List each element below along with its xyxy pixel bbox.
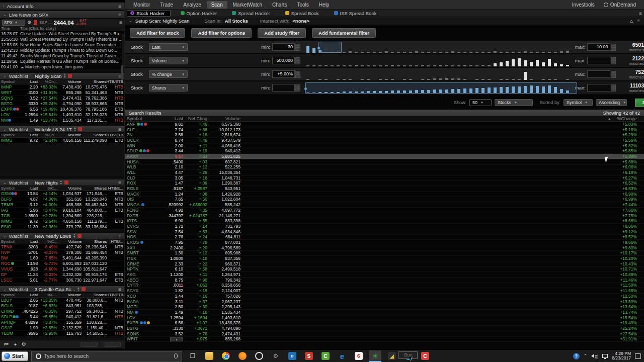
max-input[interactable] bbox=[587, 57, 610, 64]
spinner-icon[interactable]: ▴▾ bbox=[73, 233, 75, 238]
watchlist-name[interactable]: Nightly Scan bbox=[35, 73, 61, 79]
news-item[interactable]: 12:42:33 Midday Update: Trump's Threat t… bbox=[0, 48, 124, 53]
table-row[interactable]: ITEK 1.0800 +.10 837,356 +10.20% bbox=[125, 256, 644, 261]
news-item[interactable]: 11:49:42 Stocks Weighed Down by Trump's … bbox=[0, 53, 124, 59]
tray-chevron-icon[interactable]: ⌃ bbox=[584, 353, 588, 358]
tray-clock[interactable]: 4:29 PM8/23/2017 bbox=[612, 351, 631, 360]
stepper[interactable]: ＋－ bbox=[611, 84, 616, 92]
stepper[interactable]: ＋－ bbox=[295, 57, 300, 64]
gadget-menu-icon[interactable]: ≡ bbox=[119, 20, 122, 25]
spinner-icon[interactable]: ▴▾ bbox=[64, 73, 65, 78]
stepper[interactable]: ＋－ bbox=[611, 44, 616, 51]
menu-item[interactable]: Charts bbox=[268, 1, 291, 9]
table-row[interactable]: ZN 3.58 +.18 2,518,674 +5.29% bbox=[125, 132, 644, 138]
watchlist-row[interactable]: GSAT 1.99 +3.65% 2,132,525 1,159,40... N… bbox=[0, 325, 124, 331]
sort-direction-dropdown[interactable]: Ascending▼ bbox=[596, 99, 627, 106]
spinner-icon[interactable]: ▴▾ bbox=[77, 287, 79, 292]
camtasia-icon[interactable]: C bbox=[419, 350, 431, 362]
result-type-dropdown[interactable]: Stocks▼ bbox=[495, 99, 533, 106]
ondemand-link[interactable]: OnDemand bbox=[600, 2, 640, 8]
collapse-arrow-icon[interactable]: ⌄ bbox=[3, 234, 7, 238]
col-volume[interactable]: Volume bbox=[207, 116, 240, 121]
scan-in-value[interactable]: All Stocks bbox=[225, 18, 248, 24]
col-symbol[interactable]: Symbol bbox=[125, 116, 158, 121]
watchlist-row[interactable]: GSM 13.84 +4.14% 1,034,937 171,946,... E… bbox=[0, 191, 124, 197]
edge-icon[interactable]: e bbox=[336, 350, 348, 362]
watchlist-row[interactable]: WRIT .3100 +31.91% 855,268 51,341,463 NT… bbox=[0, 90, 124, 96]
col-pct-change[interactable]: %Change bbox=[611, 116, 637, 121]
table-row[interactable]: WIN 2.00 +.11 4,068,416 +5.82% bbox=[125, 143, 644, 149]
distribution-histogram[interactable] bbox=[305, 55, 570, 66]
watchlist-row[interactable]: VVUS .928 -4.60% 1,344,690 105,812,647 bbox=[0, 266, 124, 272]
table-row[interactable]: WLL 4.47 +.26 15,036,354 +6.18% bbox=[125, 170, 644, 175]
col-last[interactable]: Last bbox=[158, 116, 183, 121]
flame-icon[interactable]: 🜂 bbox=[629, 18, 634, 24]
menu-item[interactable]: MarketWatch bbox=[228, 1, 267, 9]
sidebar-button[interactable] bbox=[104, 342, 121, 347]
gadget-menu-icon[interactable]: ≡ bbox=[118, 4, 121, 9]
table-row[interactable]: LOV 1.2594 +.1694 1,493,610 +15.54% bbox=[125, 315, 644, 321]
distribution-histogram[interactable] bbox=[305, 69, 570, 80]
news-item[interactable]: 15:56:38 Wall Street Pressured By Trump'… bbox=[0, 37, 124, 42]
watchlist-row[interactable]: RGC 13.98 -5.73% 6,601,863 157,033,120 bbox=[0, 261, 124, 266]
stepper[interactable]: ＋－ bbox=[611, 57, 616, 64]
trade-ideas-icon[interactable]: ti bbox=[286, 350, 298, 362]
table-row[interactable]: CVRS 1.72 +.14 731,793 +8.86% bbox=[125, 224, 644, 229]
menu-item[interactable]: Tools bbox=[292, 1, 313, 9]
tools-app-icon[interactable]: ⚙ bbox=[270, 350, 282, 362]
collapse-sidebar-icon[interactable]: ⏮ bbox=[4, 341, 9, 347]
news-scrollbar[interactable] bbox=[122, 34, 124, 72]
watchlist-header[interactable]: ⌄ Watchlist New Yearly Lows ▴▾ ≡ bbox=[0, 233, 124, 239]
panel-menu-icon[interactable]: ≡ bbox=[639, 11, 642, 16]
table-row[interactable]: CLD 3.05 +.18 1,048,731 +6.27% bbox=[125, 175, 644, 181]
table-row[interactable]: SDLP 3.44 +.19 940,412 +5.85% bbox=[125, 148, 644, 154]
filter-field-dropdown[interactable]: Shares▼ bbox=[149, 84, 188, 92]
add-filter-button[interactable]: Add filter for options bbox=[191, 28, 252, 38]
table-row[interactable]: CLF 7.74 +.38 10,012,173 +5.16% bbox=[125, 127, 644, 133]
sort-field-dropdown[interactable]: Symbol▼ bbox=[564, 99, 593, 106]
table-row[interactable]: EXPR 6.56 +1.07 18,436,376 +19.49% bbox=[125, 320, 644, 326]
max-input[interactable] bbox=[587, 84, 610, 92]
min-input[interactable] bbox=[272, 84, 295, 92]
watchlist-row[interactable]: TENX .3203 -8.49% 427,749 28,236,546 NTB bbox=[0, 244, 124, 250]
buy-ghost-button[interactable]: Buy bbox=[398, 351, 418, 359]
filter-field-dropdown[interactable]: Last▼ bbox=[149, 43, 188, 51]
table-row[interactable]: ARRY 9.54 +.53 5,681,625 +5.88% bbox=[125, 154, 644, 159]
table-row[interactable]: SQNS 3.52 +.76 2,474,431 +27.54% bbox=[125, 331, 644, 337]
tab[interactable]: Option Hacker bbox=[178, 10, 222, 17]
watchlist-row[interactable]: BLFS 4.87 +4.06% 351,616 13,228,046 NTB bbox=[0, 197, 124, 202]
table-row[interactable]: CRME 2.33 +.22 960,371 +10.43% bbox=[125, 261, 644, 267]
charting-app-icon[interactable]: ◢ bbox=[386, 350, 398, 362]
collapse-arrow-icon[interactable]: ⌄ bbox=[129, 19, 132, 23]
stepper[interactable]: ＋－ bbox=[295, 44, 300, 51]
network-icon[interactable] bbox=[602, 354, 608, 358]
max-input[interactable] bbox=[587, 70, 610, 78]
menu-item[interactable]: Analyze bbox=[179, 1, 206, 9]
news-col-time[interactable]: Time bbox=[1, 26, 20, 31]
distribution-histogram[interactable] bbox=[305, 42, 570, 53]
red-glyph-app-icon[interactable]: 6 bbox=[353, 350, 365, 362]
red-s-app-icon[interactable]: S bbox=[303, 350, 315, 362]
panel-menu-icon[interactable]: ≡ bbox=[637, 18, 640, 24]
tab[interactable]: Spread Hacker bbox=[229, 10, 275, 17]
spinner-icon[interactable]: ▴▾ bbox=[60, 180, 62, 185]
watchlist-row[interactable]: NM 1.49 +13.74% 1,535,434 117,131,... HT… bbox=[0, 118, 124, 123]
stepper[interactable]: ＋－ bbox=[611, 71, 616, 78]
watchlist-name[interactable]: New Yearly Lows bbox=[35, 233, 71, 239]
show-count-dropdown[interactable]: 50▼ bbox=[469, 99, 492, 106]
table-row[interactable]: FENG 4.92 +.35 4,097,772 +7.66% bbox=[125, 208, 644, 213]
news-item[interactable]: 09:41:00 ☁ Markets open lower, trim gain… bbox=[0, 64, 124, 70]
tab[interactable]: ISE Spread Book bbox=[331, 10, 382, 17]
table-row[interactable]: ROX 1.47 +.09 1,290,387 +6.52% bbox=[125, 181, 644, 187]
watchlist-row[interactable]: SQNS 3.52 +27.54% 2,474,431 79,762,386 H… bbox=[0, 96, 124, 101]
collapse-arrow-icon[interactable]: ⌄ bbox=[3, 74, 7, 78]
gadget-menu-icon[interactable]: ≡ bbox=[118, 180, 121, 186]
table-row[interactable]: SMRT 1.30 +.12 695,988 +10.17% bbox=[125, 251, 644, 256]
add-gadget-icon[interactable]: ＋ bbox=[13, 341, 18, 348]
thinkorswim-icon[interactable]: ✳ bbox=[369, 350, 381, 362]
min-input[interactable]: .30 bbox=[272, 43, 295, 51]
task-view-icon[interactable]: ❐ bbox=[187, 350, 199, 362]
watchlist-name[interactable]: New Highs bbox=[35, 180, 58, 186]
watchlist-row[interactable]: LBUY 2.65 +13.25% 470,445 38,000,6... NT… bbox=[0, 298, 124, 303]
table-row[interactable]: XCO 1.44 +.16 757,026 +12.50% bbox=[125, 294, 644, 299]
